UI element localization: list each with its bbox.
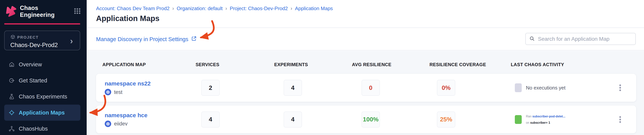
- sidebar-item-label: ChaosHubs: [19, 126, 48, 132]
- application-map-subtitle: test: [114, 89, 122, 95]
- app-launcher-grid-icon[interactable]: [74, 8, 80, 15]
- project-selector[interactable]: PROJECT Chaos-Dev-Prod2 ›: [4, 30, 80, 50]
- resilience-coverage-value: 25%: [437, 112, 455, 128]
- chevron-separator-icon: ›: [172, 5, 174, 12]
- search-icon: [529, 36, 535, 42]
- no-executions-text: No executions yet: [526, 85, 566, 91]
- manage-discovery-link-label: Manage Discovery in Project Settings: [96, 36, 188, 42]
- home-icon: [8, 62, 15, 68]
- table-row[interactable]: namespace hce ☸ eiidev 4 4 100% 25% Ran …: [96, 106, 636, 133]
- module-accent-rule: [4, 23, 80, 24]
- sidebar-item-label: Chaos Experiments: [19, 94, 67, 100]
- chaos-engineering-logo-icon: [6, 6, 16, 17]
- column-header-resilience-coverage: RESILIENCE COVERAGE: [430, 62, 486, 67]
- sidebar-item-label: Application Maps: [19, 110, 65, 116]
- sidebar-item-chaoshubs[interactable]: ChaosHubs: [4, 121, 80, 135]
- on-label: on: [526, 121, 529, 124]
- target-icon: [8, 110, 15, 116]
- application-map-link[interactable]: namespace hce: [105, 112, 147, 118]
- page-title: Application Maps: [96, 14, 160, 23]
- breadcrumb-project-link[interactable]: Project: Chaos-Dev-Prod2: [230, 6, 288, 12]
- last-chaos-activity-cell: No executions yet: [515, 83, 566, 92]
- breadcrumb-current-page[interactable]: Application Maps: [295, 6, 333, 12]
- chevron-separator-icon: ›: [225, 5, 227, 12]
- flask-icon: [8, 94, 15, 100]
- row-options-menu-icon[interactable]: [617, 83, 623, 92]
- column-header-experiments: EXPERIMENTS: [274, 62, 308, 67]
- column-header-last-chaos-activity: LAST CHAOS ACTIVITY: [511, 62, 564, 67]
- search-box: [525, 33, 636, 45]
- application-map-name-cell: namespace ns22 ☸ test: [105, 80, 150, 96]
- services-count: 2: [201, 80, 220, 96]
- sidebar-item-label: Overview: [19, 62, 42, 68]
- manage-discovery-link[interactable]: Manage Discovery in Project Settings: [96, 36, 197, 43]
- experiment-target: subscriber+ 1: [530, 121, 550, 124]
- resilience-coverage-value: 0%: [437, 80, 455, 96]
- kubernetes-icon: ☸: [105, 89, 111, 96]
- sidebar-item-application-maps[interactable]: Application Maps: [4, 104, 80, 121]
- page-header: Account: Chaos Dev Team Prod2 › Organiza…: [87, 0, 644, 28]
- status-square: [515, 115, 522, 124]
- sidebar-menu: Overview Get Started Chaos Experiments: [0, 56, 86, 135]
- ran-label: Ran: [526, 115, 532, 118]
- experiment-run-link[interactable]: subscriber-pod-delet...: [532, 115, 565, 118]
- sidebar: Chaos Engineering PROJECT Chaos-Dev-Prod…: [0, 0, 87, 135]
- breadcrumb: Account: Chaos Dev Team Prod2 › Organiza…: [96, 5, 333, 12]
- sidebar-item-chaos-experiments[interactable]: Chaos Experiments: [4, 88, 80, 104]
- breadcrumb-organization-link[interactable]: Organization: default: [177, 6, 222, 12]
- sidebar-item-label: Get Started: [19, 78, 47, 84]
- project-label: PROJECT: [17, 35, 39, 40]
- experiments-count: 4: [284, 112, 302, 128]
- application-maps-table: APPLICATION MAP SERVICES EXPERIMENTS AVG…: [87, 51, 644, 135]
- main-area: Account: Chaos Dev Team Prod2 › Organiza…: [87, 0, 644, 135]
- application-map-subtitle: eiidev: [114, 121, 128, 127]
- external-link-icon: [191, 36, 197, 43]
- avg-resilience-value: 100%: [362, 112, 380, 128]
- application-map-name-cell: namespace hce ☸ eiidev: [105, 112, 147, 127]
- status-square: [515, 83, 522, 92]
- breadcrumb-account-link[interactable]: Account: Chaos Dev Team Prod2: [96, 6, 170, 12]
- table-row[interactable]: namespace ns22 ☸ test 2 4 0 0% No execut…: [96, 74, 636, 102]
- experiments-count: 4: [284, 80, 302, 96]
- get-started-icon: [8, 78, 15, 84]
- column-header-application-map: APPLICATION MAP: [102, 62, 146, 67]
- last-chaos-activity-cell: Ran subscriber-pod-delet... on subscribe…: [515, 113, 565, 126]
- column-header-avg-resilience: AVG RESILIENCE: [352, 62, 392, 67]
- search-input[interactable]: [538, 36, 632, 42]
- kubernetes-icon: ☸: [105, 120, 111, 127]
- services-count: 4: [201, 112, 220, 128]
- sidebar-header: Chaos Engineering: [0, 0, 86, 23]
- row-options-menu-icon[interactable]: [617, 115, 623, 124]
- sidebar-item-get-started[interactable]: Get Started: [4, 72, 80, 88]
- app-title: Chaos Engineering: [20, 4, 74, 18]
- project-name: Chaos-Dev-Prod2: [10, 42, 75, 48]
- network-icon: [8, 126, 15, 132]
- chevron-separator-icon: ›: [290, 5, 292, 12]
- avg-resilience-value: 0: [362, 80, 380, 96]
- project-cube-icon: [10, 34, 15, 40]
- column-header-services: SERVICES: [196, 62, 219, 67]
- toolbar: Manage Discovery in Project Settings: [87, 28, 644, 50]
- application-map-link[interactable]: namespace ns22: [105, 80, 150, 87]
- chevron-right-icon: ›: [70, 37, 73, 45]
- sidebar-item-overview[interactable]: Overview: [4, 56, 80, 72]
